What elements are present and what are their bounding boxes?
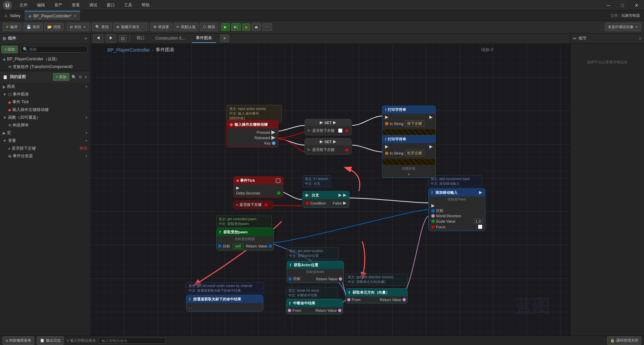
transform-label: 变换组件 (TransformComponent0 bbox=[13, 64, 72, 70]
node-is-pressed-var[interactable]: ● 是否按下左键 bbox=[233, 200, 273, 209]
blueprints-close[interactable]: ✕ bbox=[84, 75, 88, 79]
node-set-1[interactable]: SET 是否按下左键 bbox=[305, 119, 352, 135]
variables-label: 变量 bbox=[8, 138, 16, 143]
menu-file[interactable]: 文件 bbox=[17, 2, 30, 9]
hide-unrelated-button[interactable]: 👁 隐藏不相关 ⋯ bbox=[113, 23, 147, 31]
detail-panel: ✏ 细节 × 选择节点以查看详细信息 bbox=[570, 34, 644, 345]
content-sidebar-button[interactable]: ≡ 内容侧滑菜单 bbox=[3, 336, 34, 345]
input-action-item[interactable]: ◆ 输入操作左键移动键 bbox=[0, 106, 90, 114]
log-icon: 📋 bbox=[40, 338, 45, 343]
node-input-action[interactable]: ◆ 输入操作左键移动键 Pressed Released Key bbox=[226, 120, 278, 148]
event-dispatcher-item[interactable]: ⊕ 事件分发器 + bbox=[0, 152, 90, 160]
functions-section[interactable]: ▼ 函数（20可覆盖） + bbox=[0, 114, 90, 121]
find-button[interactable]: 🔍 查找 bbox=[92, 23, 112, 31]
diff-button[interactable]: ⇄ 对比 ▼ bbox=[67, 23, 89, 31]
menu-help[interactable]: 帮助 bbox=[140, 2, 152, 9]
browse-button[interactable]: 📂 浏览 bbox=[44, 23, 64, 31]
node-set-2[interactable]: SET 是否按下左键 bbox=[305, 138, 352, 155]
event-graph-section[interactable]: ▼ ⬡ 事件图表 bbox=[0, 91, 90, 98]
node-print-2[interactable]: f 打印字符串 In String 松开左键 仅限开 bbox=[382, 135, 436, 178]
event-graph-arrow: ▼ bbox=[3, 92, 7, 97]
class-defaults-button[interactable]: ✏ 类默认值 bbox=[173, 23, 199, 31]
comment-if-branch: 英文: if / branch中文: 分支 bbox=[303, 175, 330, 187]
blueprint-canvas[interactable]: BP_PlayerController › 事件图表 缩放-2 bbox=[91, 44, 570, 345]
source-control-button[interactable]: 🔒 源码管理关闭 bbox=[607, 336, 641, 345]
node-get-cursor[interactable]: f 按通道获取光标下的命中结果 ... bbox=[186, 295, 263, 311]
tab-valley[interactable]: ⚠ Valley bbox=[0, 13, 24, 18]
more-options-button[interactable]: ⋯ bbox=[262, 23, 272, 31]
window-minimize[interactable]: ─ bbox=[604, 2, 613, 9]
blueprints-settings-icon[interactable]: ⚙ bbox=[78, 75, 82, 79]
graphs-section[interactable]: ▶ 图表 + bbox=[0, 83, 90, 91]
window-maximize[interactable]: □ bbox=[619, 2, 627, 9]
tab-close-btn[interactable]: ✕ bbox=[73, 14, 76, 18]
node-branch[interactable]: 分支 Condition False bbox=[303, 191, 350, 208]
step-button[interactable]: ▶| bbox=[231, 23, 241, 31]
menu-window[interactable]: 窗口 bbox=[105, 2, 117, 9]
node-break-hit[interactable]: f 中断命中结果 From Return Value bbox=[286, 299, 343, 314]
variables-section[interactable]: ▼ 变量 + bbox=[0, 137, 90, 145]
tab-event-graph[interactable]: 事件图表 bbox=[192, 34, 216, 43]
node-get-location[interactable]: f 获取Actor位置 目标是Actor 目标 Return Value bbox=[287, 261, 344, 283]
tab-bp-controller[interactable]: ◈ BP_PlayerController* ✕ bbox=[24, 11, 80, 20]
set1-checkbox[interactable] bbox=[338, 128, 342, 133]
graphs-add-icon[interactable]: + bbox=[85, 84, 88, 89]
bool-var-icon: ● bbox=[8, 146, 10, 151]
menu-edit[interactable]: 编辑 bbox=[35, 2, 47, 9]
debug-object-dropdown[interactable]: 未选中调试对象 ▼ bbox=[605, 23, 641, 31]
blueprints-search-icon[interactable]: 🔍 bbox=[71, 75, 76, 79]
event-graph-icon: ⬡ bbox=[8, 92, 11, 97]
var-label: 是否按下左键 bbox=[12, 146, 36, 151]
event-tick-item[interactable]: ◆ 事件 Tick bbox=[0, 98, 90, 106]
my-blueprints-title: 我的蓝图 bbox=[10, 74, 26, 80]
nav-forward-button[interactable] bbox=[106, 34, 116, 43]
transform-component-item[interactable]: ⟲ 变换组件 (TransformComponent0 bbox=[0, 63, 90, 71]
macros-section[interactable]: ▶ 宏 + bbox=[0, 129, 90, 137]
tab-bar: ⚠ Valley ◈ BP_PlayerController* ✕ 父类： 玩家… bbox=[0, 11, 644, 21]
functions-add-icon[interactable]: + bbox=[85, 115, 88, 120]
save-icon: 💾 bbox=[26, 25, 31, 29]
variables-add-icon[interactable]: + bbox=[85, 138, 88, 143]
force-checkbox[interactable] bbox=[478, 225, 482, 229]
tab-viewport[interactable]: 视口 bbox=[132, 34, 149, 43]
dispatcher-add[interactable]: + bbox=[85, 154, 88, 159]
save-button[interactable]: 💾 保存 bbox=[23, 23, 43, 31]
eject-button[interactable]: ⏏ bbox=[252, 23, 261, 31]
component-search-box[interactable]: 🔍 bbox=[20, 46, 88, 53]
simulate-button[interactable]: ⬡ 模拟 bbox=[200, 23, 218, 31]
bp-root-item[interactable]: ◈ BP_PlayerController（自我） bbox=[0, 55, 90, 63]
tab-construction[interactable]: Construction S... bbox=[151, 35, 189, 43]
add-blueprint-button[interactable]: + 添加 bbox=[53, 73, 69, 81]
node-get-unit-dir[interactable]: f 获取单元方向（向量） From Return Value bbox=[345, 288, 408, 303]
components-icon: ⊞ bbox=[3, 36, 6, 41]
breadcrumb-root[interactable]: BP_PlayerController bbox=[107, 47, 150, 53]
close-tab-button[interactable]: ✕ bbox=[220, 35, 229, 42]
detail-close[interactable]: × bbox=[639, 36, 641, 41]
compile-button[interactable]: ✔ 编译 bbox=[3, 23, 20, 31]
play-button[interactable]: ▶ bbox=[221, 23, 230, 31]
nav-back-button[interactable] bbox=[93, 34, 103, 43]
macros-label: 宏 bbox=[7, 130, 11, 136]
menu-view[interactable]: 查看 bbox=[70, 2, 82, 9]
menu-tools[interactable]: 工具 bbox=[122, 2, 134, 9]
window-close[interactable]: ✕ bbox=[632, 2, 641, 9]
output-log-button[interactable]: 📋 输出日志 bbox=[37, 336, 64, 345]
cmd-input[interactable] bbox=[99, 338, 166, 344]
macros-add-icon[interactable]: + bbox=[85, 131, 88, 135]
construct-script-item[interactable]: ⟲ 构造脚本 bbox=[0, 121, 90, 129]
components-close[interactable]: ✕ bbox=[84, 36, 88, 41]
is-pressed-var-item[interactable]: ● 是否按下左键 布尔 bbox=[0, 145, 90, 152]
class-settings-button[interactable]: ⚙ 类设置 bbox=[150, 23, 172, 31]
component-search-input[interactable] bbox=[29, 47, 85, 51]
add-component-button[interactable]: + 添加 bbox=[1, 46, 18, 53]
menu-asset[interactable]: 资产 bbox=[52, 2, 64, 9]
node-get-pawn[interactable]: f 获取受控pawn 目标是控制器 目标 self Return Value bbox=[216, 228, 274, 250]
node-add-movement[interactable]: f 添加移动输入 目标是Pawn 目标 World Direction bbox=[428, 188, 485, 231]
menu-debug[interactable]: 调试 bbox=[87, 2, 99, 9]
my-blueprints-header: 📋 我的蓝图 + 添加 🔍 ⚙ ✕ bbox=[0, 71, 90, 83]
content-icon: ≡ bbox=[6, 339, 8, 343]
stop-button[interactable]: ■ bbox=[242, 23, 251, 31]
node-event-tick[interactable]: ◆ 事件Tick Delta Seconds bbox=[233, 176, 283, 197]
compile-icon: ✔ bbox=[6, 25, 9, 29]
nav-home-button[interactable]: ⊡ bbox=[119, 35, 127, 42]
